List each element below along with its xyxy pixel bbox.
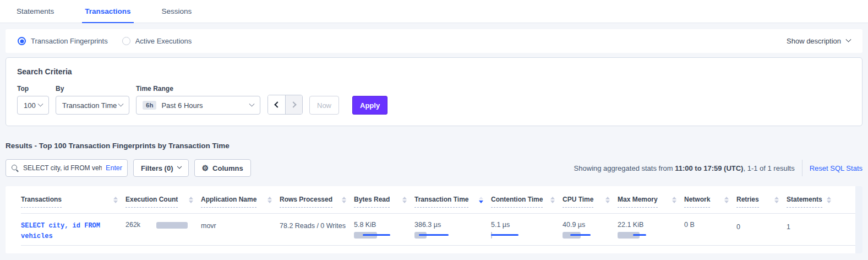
reset-sql-stats-link[interactable]: Reset SQL Stats	[810, 164, 862, 172]
sort-icon[interactable]	[724, 197, 729, 203]
sort-icon[interactable]	[268, 197, 272, 203]
tab-sessions[interactable]: Sessions	[159, 0, 195, 23]
sort-icon[interactable]	[113, 197, 118, 203]
sort-icon[interactable]	[189, 197, 193, 203]
chevron-down-icon	[118, 101, 124, 106]
sort-icon[interactable]	[342, 197, 346, 203]
column-label: Transactions	[21, 196, 62, 208]
tab-transactions[interactable]: Transactions	[82, 0, 133, 23]
show-description-toggle[interactable]: Show description	[787, 37, 850, 45]
column-header-rows-processed[interactable]: Rows Processed	[280, 196, 354, 208]
rows-processed-value: 78.2 Reads / 0 Writes	[280, 222, 346, 230]
execution-count-value: 262k	[125, 221, 156, 229]
table-scrollbar[interactable]	[855, 186, 862, 253]
time-range-pager	[268, 95, 303, 115]
column-header-retries[interactable]: Retries	[736, 196, 787, 208]
aggregated-stats-text: Showing aggregated stats from 11:00 to 1…	[574, 164, 795, 172]
transaction-time-value: 386.3 µs	[414, 221, 483, 229]
filters-button-label: Filters (0)	[141, 164, 173, 172]
transaction-fingerprint-link[interactable]: SELECT city, id FROM vehicles	[21, 221, 109, 241]
column-header-application-name[interactable]: Application Name	[201, 196, 280, 208]
column-label: Network	[684, 196, 710, 208]
column-header-network[interactable]: Network	[684, 196, 736, 208]
by-label: By	[56, 85, 129, 93]
by-select[interactable]: Transaction Time	[56, 96, 129, 115]
bytes-read-value: 5.8 KiB	[354, 221, 407, 229]
top-select-value: 100	[24, 101, 36, 110]
radio-label: Active Executions	[135, 37, 192, 45]
statements-value: 1	[787, 223, 790, 231]
network-value: 0 B	[684, 221, 695, 229]
view-toggle-bar: Transaction Fingerprints Active Executio…	[6, 29, 862, 53]
cell-rows-processed: 78.2 Reads / 0 Writes	[280, 221, 354, 230]
column-header-bytes-read[interactable]: Bytes Read	[354, 196, 414, 208]
sort-icon[interactable]	[672, 197, 676, 203]
sort-icon[interactable]	[605, 197, 610, 203]
column-label: Bytes Read	[354, 196, 390, 208]
cell-execution-count: 262k	[125, 221, 201, 229]
max-memory-value: 22.1 KiB	[618, 221, 676, 229]
next-range-button[interactable]	[285, 95, 302, 114]
columns-button[interactable]: ⚙ Columns	[194, 159, 251, 177]
time-range-label: Time Range	[136, 85, 260, 93]
filters-button[interactable]: Filters (0)	[133, 159, 189, 177]
previous-range-button[interactable]	[268, 95, 285, 114]
cell-retries: 0	[736, 221, 787, 231]
chevron-down-icon	[38, 101, 43, 106]
chevron-down-icon	[177, 164, 181, 169]
cell-statements: 1	[787, 221, 839, 231]
column-header-transactions[interactable]: Transactions	[21, 196, 125, 208]
column-label: Transaction Time	[414, 196, 468, 208]
column-label: Retries	[736, 196, 759, 208]
chevron-left-icon	[274, 101, 280, 107]
cell-application-name: movr	[201, 221, 280, 230]
radio-active-executions[interactable]: Active Executions	[122, 37, 192, 45]
time-range-value: Past 6 Hours	[161, 101, 203, 110]
column-header-execution-count[interactable]: Execution Count	[125, 196, 201, 208]
column-label: Statements	[787, 196, 822, 208]
search-criteria-title: Search Criteria	[17, 67, 851, 76]
radio-transaction-fingerprints[interactable]: Transaction Fingerprints	[18, 37, 108, 45]
chevron-right-icon	[290, 101, 296, 107]
sort-icon[interactable]	[402, 197, 407, 203]
search-criteria-panel: Search Criteria Top 100 By Transaction T…	[6, 57, 862, 126]
now-button[interactable]: Now	[309, 96, 339, 115]
column-label: Rows Processed	[280, 196, 332, 208]
sort-icon[interactable]	[774, 197, 779, 203]
column-header-statements[interactable]: Statements	[787, 196, 839, 208]
search-enter-button[interactable]: Enter	[106, 164, 122, 172]
sort-icon[interactable]	[550, 197, 555, 203]
column-header-cpu-time[interactable]: CPU Time	[563, 196, 618, 208]
search-input-value[interactable]: SELECT city, id FROM vehicles W	[23, 164, 102, 172]
cell-max-memory: 22.1 KiB	[618, 221, 684, 232]
tab-label: Sessions	[162, 7, 192, 15]
chevron-down-icon	[249, 101, 255, 106]
column-header-transaction-time[interactable]: Transaction Time	[414, 196, 491, 208]
column-label: Contention Time	[491, 196, 543, 208]
cell-transactions: SELECT city, id FROM vehicles	[21, 221, 125, 241]
chevron-down-icon	[846, 37, 851, 42]
radio-label: Transaction Fingerprints	[31, 37, 108, 45]
sort-icon[interactable]	[827, 197, 831, 203]
radio-unselected-icon[interactable]	[122, 37, 130, 45]
application-name-value: movr	[201, 222, 216, 230]
cpu-time-value: 40.9 µs	[563, 221, 610, 229]
column-header-contention-time[interactable]: Contention Time	[491, 196, 563, 208]
results-heading: Results - Top 100 Transaction Fingerprin…	[6, 142, 862, 150]
by-select-value: Transaction Time	[62, 101, 117, 110]
time-range-badge: 6h	[143, 101, 156, 110]
retries-value: 0	[736, 223, 740, 231]
sql-search-input[interactable]: SELECT city, id FROM vehicles W Enter	[6, 159, 128, 177]
column-label: CPU Time	[563, 196, 593, 208]
column-header-max-memory[interactable]: Max Memory	[618, 196, 684, 208]
time-range-select[interactable]: 6h Past 6 Hours	[136, 96, 260, 115]
tab-statements[interactable]: Statements	[14, 0, 57, 23]
top-label: Top	[17, 85, 49, 93]
table-header-row: Transactions Execution Count Application…	[21, 186, 862, 214]
apply-button[interactable]: Apply	[352, 96, 387, 115]
radio-selected-icon[interactable]	[18, 37, 26, 45]
top-select[interactable]: 100	[17, 96, 49, 115]
cell-contention-time: 5.1 µs	[491, 221, 563, 232]
sort-icon-active-desc[interactable]	[479, 197, 483, 203]
execution-count-bar	[156, 222, 188, 229]
